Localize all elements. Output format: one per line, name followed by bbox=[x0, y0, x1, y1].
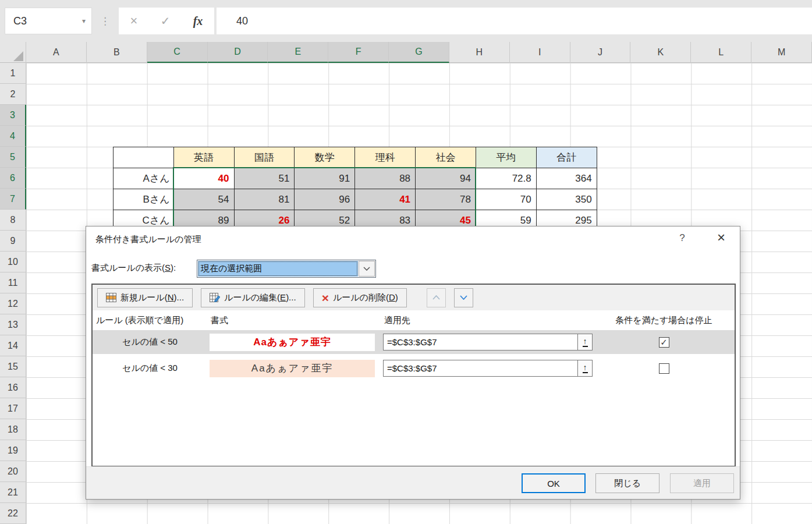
column-header-L[interactable]: L bbox=[691, 42, 751, 63]
score-cell[interactable]: 94 bbox=[416, 168, 476, 189]
stop-if-true-checkbox[interactable]: ✓ bbox=[659, 337, 669, 348]
move-down-icon bbox=[460, 295, 467, 300]
row-header-11[interactable]: 11 bbox=[0, 272, 26, 293]
show-rules-label: 書式ルールの表示(S): bbox=[91, 263, 176, 274]
name-box[interactable]: C3 ▾ bbox=[5, 8, 92, 34]
column-header-M[interactable]: M bbox=[751, 42, 812, 63]
applies-to-value: =$C$3:$G$7 bbox=[384, 334, 577, 350]
apply-button[interactable]: 適用 bbox=[670, 473, 734, 493]
row-header-16[interactable]: 16 bbox=[0, 377, 26, 398]
rule-format-preview: Aaあぁアァ亜宇 bbox=[210, 360, 375, 377]
header-applies-to-column: 適用先 bbox=[381, 315, 593, 326]
table-header-cell bbox=[114, 147, 174, 168]
select-all-triangle-icon bbox=[13, 51, 23, 61]
move-rule-down-button[interactable] bbox=[454, 288, 473, 307]
column-header-J[interactable]: J bbox=[570, 42, 631, 63]
score-cell[interactable]: 91 bbox=[295, 168, 355, 189]
rules-toolbar: 新規ルール(N)... ルールの編集(E)... × ルールの削除(D) bbox=[93, 285, 735, 310]
row-header-20[interactable]: 20 bbox=[0, 461, 26, 482]
column-header-I[interactable]: I bbox=[510, 42, 570, 63]
row-header-4[interactable]: 4 bbox=[0, 126, 26, 147]
rules-list-header: ルール (表示順で適用) 書式 適用先 条件を満たす場合は停止 bbox=[93, 310, 735, 330]
row-header-13[interactable]: 13 bbox=[0, 314, 26, 335]
table-header-cell: 英語 bbox=[174, 147, 235, 168]
confirm-entry-icon[interactable]: ✓ bbox=[161, 14, 171, 28]
select-all-button[interactable] bbox=[0, 42, 26, 63]
column-header-A[interactable]: A bbox=[26, 42, 87, 63]
ok-button[interactable]: OK bbox=[522, 473, 586, 493]
table-header-cell: 社会 bbox=[416, 147, 476, 168]
stop-if-true-checkbox[interactable] bbox=[659, 363, 669, 374]
collapse-dialog-icon: ↑ bbox=[583, 363, 588, 373]
header-format-column: 書式 bbox=[207, 315, 381, 326]
column-header-K[interactable]: K bbox=[630, 42, 691, 63]
help-icon[interactable]: ? bbox=[675, 232, 689, 244]
row-header-2[interactable]: 2 bbox=[0, 84, 26, 105]
row-header-15[interactable]: 15 bbox=[0, 356, 26, 377]
total-cell[interactable]: 364 bbox=[537, 168, 597, 189]
active-cell[interactable]: 40 bbox=[174, 168, 235, 189]
new-rule-button[interactable]: 新規ルール(N)... bbox=[97, 288, 193, 307]
student-name-cell[interactable]: Bさん bbox=[114, 189, 174, 210]
row-header-9[interactable]: 9 bbox=[0, 231, 26, 252]
delete-rule-label: ルールの削除(D) bbox=[333, 292, 398, 303]
score-cell[interactable]: 96 bbox=[295, 189, 355, 210]
table-header-cell: 理科 bbox=[355, 147, 416, 168]
header-rule-column: ルール (表示順で適用) bbox=[93, 315, 207, 326]
edit-rule-button[interactable]: ルールの編集(E)... bbox=[201, 288, 305, 307]
score-cell[interactable]: 54 bbox=[174, 189, 235, 210]
stop-if-true-cell: ✓ bbox=[593, 337, 735, 348]
row-header-6[interactable]: 6 bbox=[0, 168, 26, 189]
student-name-cell[interactable]: Aさん bbox=[114, 168, 174, 189]
close-button[interactable]: 閉じる bbox=[595, 473, 659, 493]
applies-to-input[interactable]: =$C$3:$G$7↑ bbox=[383, 334, 593, 350]
collapse-dialog-button[interactable]: ↑ bbox=[577, 360, 592, 376]
dropdown-chevron-icon[interactable] bbox=[359, 261, 375, 277]
column-header-G[interactable]: G bbox=[389, 42, 449, 63]
name-box-dropdown-icon[interactable]: ▾ bbox=[82, 17, 86, 25]
column-header-F[interactable]: F bbox=[328, 42, 389, 63]
rule-row-1[interactable]: セルの値 < 50Aaあぁアァ亜宇=$C$3:$G$7↑✓ bbox=[93, 330, 735, 354]
formula-bar-strip: C3 ▾ ⋮ × ✓ fx 40 bbox=[0, 0, 812, 42]
insert-function-icon[interactable]: fx bbox=[193, 15, 203, 28]
score-cell[interactable]: 88 bbox=[355, 168, 416, 189]
row-header-18[interactable]: 18 bbox=[0, 419, 26, 440]
row-header-14[interactable]: 14 bbox=[0, 335, 26, 356]
applies-to-input[interactable]: =$C$3:$G$7↑ bbox=[383, 360, 593, 377]
row-header-21[interactable]: 21 bbox=[0, 482, 26, 503]
row-header-3[interactable]: 3 bbox=[0, 105, 26, 126]
row-header-10[interactable]: 10 bbox=[0, 252, 26, 272]
row-header-17[interactable]: 17 bbox=[0, 398, 26, 419]
score-cell[interactable]: 41 bbox=[355, 189, 416, 210]
rule-row-2[interactable]: セルの値 < 30Aaあぁアァ亜宇=$C$3:$G$7↑ bbox=[93, 356, 735, 380]
row-header-5[interactable]: 5 bbox=[0, 147, 26, 168]
row-header-19[interactable]: 19 bbox=[0, 440, 26, 461]
column-header-C[interactable]: C bbox=[147, 42, 208, 63]
average-cell[interactable]: 72.8 bbox=[476, 168, 537, 189]
row-header-1[interactable]: 1 bbox=[0, 63, 26, 84]
row-header-22[interactable]: 22 bbox=[0, 503, 26, 524]
column-header-B[interactable]: B bbox=[87, 42, 147, 63]
score-cell[interactable]: 51 bbox=[235, 168, 295, 189]
row-header-8[interactable]: 8 bbox=[0, 210, 26, 231]
delete-rule-button[interactable]: × ルールの削除(D) bbox=[313, 288, 407, 307]
column-header-E[interactable]: E bbox=[268, 42, 328, 63]
score-cell[interactable]: 81 bbox=[235, 189, 295, 210]
rules-list: セルの値 < 50Aaあぁアァ亜宇=$C$3:$G$7↑✓セルの値 < 30Aa… bbox=[93, 330, 735, 380]
total-cell[interactable]: 350 bbox=[537, 189, 597, 210]
close-icon[interactable]: × bbox=[712, 230, 730, 245]
show-rules-dropdown[interactable]: 現在の選択範囲 bbox=[197, 260, 376, 278]
column-header-D[interactable]: D bbox=[208, 42, 268, 63]
collapse-dialog-button[interactable]: ↑ bbox=[577, 334, 592, 350]
score-cell[interactable]: 78 bbox=[416, 189, 476, 210]
average-cell[interactable]: 70 bbox=[476, 189, 537, 210]
move-rule-up-button[interactable] bbox=[427, 288, 446, 307]
table-header-cell: 国語 bbox=[235, 147, 295, 168]
rule-condition: セルの値 < 30 bbox=[93, 363, 207, 374]
edit-rule-label: ルールの編集(E)... bbox=[224, 292, 296, 303]
formula-input[interactable]: 40 bbox=[217, 8, 812, 34]
row-header-12[interactable]: 12 bbox=[0, 293, 26, 314]
column-header-H[interactable]: H bbox=[449, 42, 510, 63]
cancel-entry-icon[interactable]: × bbox=[130, 13, 138, 29]
row-header-7[interactable]: 7 bbox=[0, 189, 26, 210]
